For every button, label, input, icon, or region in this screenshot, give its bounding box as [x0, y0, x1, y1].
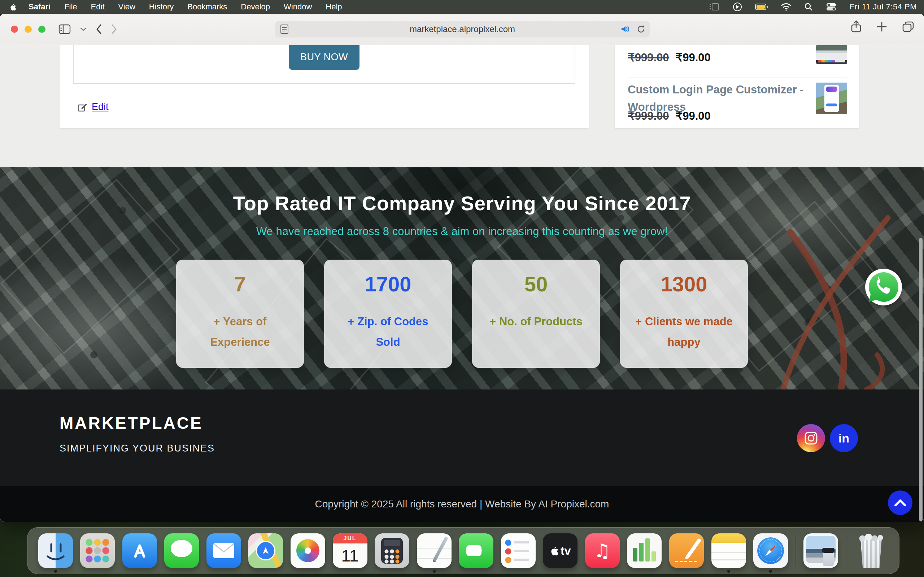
- stat-value: 50: [482, 272, 590, 296]
- whatsapp-chat-button[interactable]: [865, 268, 902, 306]
- related-products-card: ₹999.00 ₹99.00 Custom Login Page Customi…: [615, 45, 859, 128]
- now-playing-icon[interactable]: [733, 2, 742, 11]
- photos-flower-icon: [296, 539, 320, 562]
- battery-icon[interactable]: [755, 3, 768, 10]
- linkedin-icon[interactable]: in: [830, 424, 858, 452]
- crumpled-paper-icon: [859, 534, 883, 541]
- share-icon[interactable]: [850, 20, 862, 33]
- dock-numbers-icon[interactable]: [627, 533, 662, 568]
- scrollbar-thumb[interactable]: [919, 238, 922, 521]
- sidebar-toggle-icon[interactable]: [58, 24, 71, 35]
- reload-icon[interactable]: [636, 24, 646, 34]
- dock-textedit-icon[interactable]: [417, 533, 452, 568]
- writing-line: [675, 561, 698, 562]
- dock-safari-icon[interactable]: [753, 533, 788, 568]
- stats-row: 7 + Years of Experience 1700 + Zip. of C…: [0, 259, 924, 368]
- product-1-thumbnail[interactable]: [816, 45, 847, 64]
- menu-view[interactable]: View: [111, 0, 142, 14]
- menu-file[interactable]: File: [57, 0, 84, 14]
- product-1-prices: ₹999.00 ₹99.00: [628, 51, 711, 64]
- dock-mail-icon[interactable]: [207, 533, 241, 568]
- stat-card-clients: 1300 + Clients we made happy: [620, 259, 748, 368]
- dock-apple-tv-icon[interactable]: tv: [543, 533, 577, 568]
- compass-icon: [757, 537, 784, 564]
- close-window-button[interactable]: [11, 26, 18, 33]
- copyright-bar: Copyright © 2025 All rights reserved | W…: [0, 486, 924, 522]
- pen-icon: [685, 538, 702, 559]
- control-center-icon[interactable]: [826, 3, 837, 11]
- dock-photos-icon[interactable]: [291, 533, 325, 568]
- tab-overview-icon[interactable]: [901, 21, 914, 32]
- dock-pages-icon[interactable]: [669, 533, 704, 568]
- edit-link-label: Edit: [92, 102, 109, 113]
- stat-value: 7: [186, 272, 294, 296]
- stage-manager-icon[interactable]: [709, 3, 720, 11]
- dock: JUL 11 tv: [27, 527, 900, 574]
- menu-clock[interactable]: Fri 11 Jul 7:54 PM: [850, 2, 917, 11]
- dock-finder-icon[interactable]: [38, 533, 73, 568]
- sidebar-chevron-icon[interactable]: [80, 27, 87, 31]
- product-2-thumbnail[interactable]: [816, 82, 847, 114]
- dock-music-icon[interactable]: [585, 533, 620, 568]
- site-footer: MARKETPLACE SIMPLIFYING YOUR BUSINES in: [0, 390, 924, 486]
- jar-image: [823, 551, 834, 566]
- zoom-window-button[interactable]: [38, 26, 45, 33]
- dock-app-store-icon[interactable]: [122, 533, 157, 568]
- instagram-icon[interactable]: [797, 424, 825, 452]
- wifi-icon[interactable]: [781, 3, 791, 11]
- dock-maps-icon[interactable]: [248, 533, 283, 568]
- stat-label: + Years of Experience: [186, 311, 294, 353]
- menu-history[interactable]: History: [142, 0, 181, 14]
- scroll-to-top-button[interactable]: [888, 490, 913, 515]
- product-2-old-price: ₹999.00: [628, 109, 669, 122]
- video-camera-icon: [466, 545, 481, 556]
- forward-button-icon[interactable]: [111, 24, 117, 34]
- product-divider: [627, 77, 847, 78]
- dock-launchpad-icon[interactable]: [80, 533, 115, 568]
- address-bar[interactable]: marketplace.aipropixel.com: [275, 21, 650, 37]
- product-2-prices: ₹999.00 ₹99.00: [628, 109, 711, 122]
- edit-link[interactable]: Edit: [77, 102, 109, 113]
- page-content: BUY NOW Edit ₹999.00 ₹99.00 Custom Login…: [0, 45, 924, 522]
- dock-notes-icon[interactable]: [711, 533, 746, 568]
- footer-brand: MARKETPLACE: [60, 413, 203, 433]
- dock-screenshot-preview[interactable]: [803, 533, 838, 568]
- social-links: in: [797, 424, 858, 452]
- dock-divider: [846, 535, 846, 566]
- url-text: marketplace.aipropixel.com: [410, 24, 515, 34]
- menu-bookmarks[interactable]: Bookmarks: [181, 0, 234, 14]
- copyright-text: Copyright © 2025 All rights reserved | W…: [315, 498, 609, 510]
- spotlight-search-icon[interactable]: [804, 3, 813, 11]
- chevron-up-icon: [894, 499, 906, 507]
- product-1-price: ₹99.00: [676, 51, 711, 64]
- tv-label: tv: [561, 544, 571, 558]
- dock-facetime-icon[interactable]: [459, 533, 493, 568]
- apple-menu-icon[interactable]: [0, 3, 22, 11]
- menu-develop[interactable]: Develop: [234, 0, 277, 14]
- menu-help[interactable]: Help: [319, 0, 349, 14]
- menu-window[interactable]: Window: [277, 0, 319, 14]
- safari-toolbar: marketplace.aipropixel.com: [0, 14, 924, 45]
- minimize-window-button[interactable]: [24, 26, 32, 33]
- back-button-icon[interactable]: [96, 24, 102, 34]
- product-detail-card: BUY NOW Edit: [60, 45, 589, 128]
- footer-tagline: SIMPLIFYING YOUR BUSINES: [60, 443, 215, 454]
- stat-value: 1700: [334, 272, 442, 296]
- dock-trash-icon[interactable]: [854, 533, 888, 568]
- trash-can-icon: [859, 538, 882, 568]
- new-tab-icon[interactable]: [876, 21, 887, 32]
- dock-calculator-icon[interactable]: [375, 533, 409, 568]
- product-detail-border-box: BUY NOW: [73, 45, 575, 84]
- dock-reminders-icon[interactable]: [501, 533, 536, 568]
- window-controls: [11, 26, 45, 33]
- menu-edit[interactable]: Edit: [84, 0, 111, 14]
- menu-status-cluster: Fri 11 Jul 7:54 PM: [709, 2, 924, 11]
- dock-calendar-icon[interactable]: JUL 11: [333, 533, 367, 568]
- stat-label: + Zip. of Codes Sold: [334, 311, 442, 353]
- menu-safari[interactable]: Safari: [22, 0, 57, 14]
- buy-now-button[interactable]: BUY NOW: [289, 45, 360, 70]
- mute-audio-icon[interactable]: [620, 24, 630, 34]
- dock-messages-icon[interactable]: [164, 533, 199, 568]
- stat-card-products: 50 + No. of Products: [472, 259, 600, 368]
- reader-view-icon[interactable]: [280, 24, 289, 34]
